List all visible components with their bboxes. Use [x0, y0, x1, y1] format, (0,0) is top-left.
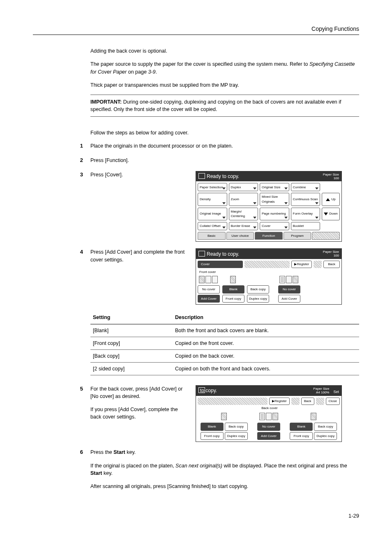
btn-density[interactable]: Density — [198, 193, 227, 206]
table-row: [Back copy]Copied on the back cover. — [90, 349, 359, 362]
btn-blank-4[interactable]: Blank — [290, 423, 313, 431]
intro-p2: The paper source to supply the paper for… — [90, 60, 359, 75]
btn-zoom[interactable]: Zoom — [229, 193, 258, 206]
step-3: 3 Press [Cover]. Ready to copy. Paper Si… — [33, 171, 359, 242]
btn-original-size[interactable]: Original Size — [260, 183, 289, 191]
intro-p1: Adding the back cover is optional. — [90, 47, 359, 55]
btn-blank[interactable]: Blank — [222, 285, 244, 294]
btn-no-cover[interactable]: No cover — [198, 285, 220, 294]
page-header: Copying Functions — [33, 25, 359, 35]
panel-cover-front: Ready to copy. Paper Size100 Cover ▶Regi… — [196, 248, 342, 305]
btn-back-3[interactable]: Back — [301, 398, 314, 405]
btn-no-cover-3[interactable]: No cover — [257, 423, 280, 431]
up-icon — [326, 198, 330, 201]
btn-up[interactable]: Up — [322, 193, 340, 206]
icon-block-1 — [213, 412, 235, 421]
label-back-cover: Back cover — [199, 406, 340, 411]
btn-mixed-size[interactable]: Mixed Size Originals — [260, 193, 289, 206]
btn-close[interactable]: Close — [326, 398, 340, 405]
step-4: 4 Press [Add Cover] and complete the fro… — [33, 248, 359, 305]
btn-no-cover-2[interactable]: No cover — [278, 285, 300, 294]
label-cover: Cover — [198, 261, 243, 268]
btn-register-3[interactable]: ▶Register — [269, 398, 290, 405]
tab-basic[interactable]: Basic — [198, 232, 226, 240]
header-title: Copying Functions — [311, 25, 359, 32]
btn-blank-3[interactable]: Blank — [201, 423, 224, 431]
btn-combine[interactable]: Combine — [291, 183, 321, 191]
btn-back-copy[interactable]: Back copy — [247, 285, 269, 294]
btn-booklet[interactable]: Booklet — [291, 222, 321, 230]
panel3-title: to copy. — [198, 387, 217, 394]
btn-down[interactable]: Down — [322, 208, 340, 220]
btn-back-copy-3[interactable]: Back copy — [225, 423, 248, 431]
icon-blank — [222, 275, 244, 284]
tab-user-choice[interactable]: User choice — [226, 232, 254, 240]
table-row: [Blank]Both the front and back covers ar… — [90, 324, 359, 337]
btn-duplex-copy-4[interactable]: Duplex copy — [314, 432, 337, 440]
btn-back[interactable]: Back — [323, 261, 340, 268]
btn-duplex-copy[interactable]: Duplex copy — [247, 295, 269, 303]
important-note: IMPORTANT: During one-sided copying, dup… — [90, 95, 359, 117]
step-5: 5 For the back cover, press [Add Cover] … — [33, 385, 359, 442]
intro-p3: Thick paper or transparencies must be su… — [90, 81, 359, 89]
panel-function: Ready to copy. Paper Size100 Paper Selec… — [196, 171, 342, 242]
panel2-title: Ready to copy. — [198, 251, 239, 258]
step-2: 2 Press [Function]. — [33, 157, 359, 164]
icon-block-3 — [303, 412, 324, 421]
page-number: 1-29 — [33, 512, 359, 520]
btn-front-copy-3[interactable]: Front copy — [201, 432, 224, 440]
btn-continuous-scan[interactable]: Continuous Scan — [291, 193, 321, 206]
table-row: [Front copy]Copied on the front cover. — [90, 337, 359, 349]
follow-text: Follow the steps as below for adding cov… — [90, 129, 359, 136]
icon-block-2 — [258, 412, 279, 421]
icon-nocover — [198, 275, 219, 284]
btn-original-image[interactable]: Original Image — [198, 208, 227, 220]
down-icon — [324, 213, 328, 215]
btn-page-numbering[interactable]: Page numbering — [260, 208, 289, 220]
label-front-cover: Front cover — [199, 270, 340, 275]
step-6: 6 Press the Start key. If the original i… — [33, 449, 359, 496]
panel1-title: Ready to copy. — [198, 173, 239, 180]
tab-program[interactable]: Program — [284, 232, 311, 240]
btn-front-copy-4[interactable]: Front copy — [290, 432, 313, 440]
btn-duplex-copy-3[interactable]: Duplex copy — [225, 432, 248, 440]
btn-form-overlay[interactable]: Form Overlay — [291, 208, 321, 220]
btn-cover[interactable]: Cover — [260, 222, 289, 230]
btn-add-cover-2[interactable]: Add Cover — [278, 295, 300, 303]
settings-table: SettingDescription [Blank]Both the front… — [90, 311, 359, 375]
btn-add-cover[interactable]: Add Cover — [198, 295, 220, 303]
btn-front-copy[interactable]: Front copy — [222, 295, 244, 303]
btn-add-cover-3[interactable]: Add Cover — [257, 432, 280, 440]
step-1: 1 Place the originals in the document pr… — [33, 142, 359, 150]
btn-border-erase[interactable]: Border Erase — [229, 222, 258, 230]
btn-back-copy-4[interactable]: Back copy — [314, 423, 337, 431]
panel-cover-back: to copy. Paper SizeA4 100% Set ▶Register… — [196, 385, 342, 442]
btn-paper-selection[interactable]: Paper Selection — [198, 183, 227, 191]
btn-register[interactable]: ▶Register — [291, 261, 312, 268]
btn-collate-offset[interactable]: Collate/ Offset — [198, 222, 227, 230]
table-row: [2 sided copy]Copied on both the front a… — [90, 362, 359, 375]
icon-nocover-2 — [278, 275, 300, 284]
btn-margin-centering[interactable]: Margin/ Centering — [229, 208, 258, 220]
tab-function[interactable]: Function — [255, 232, 283, 240]
btn-duplex[interactable]: Duplex — [229, 183, 258, 191]
